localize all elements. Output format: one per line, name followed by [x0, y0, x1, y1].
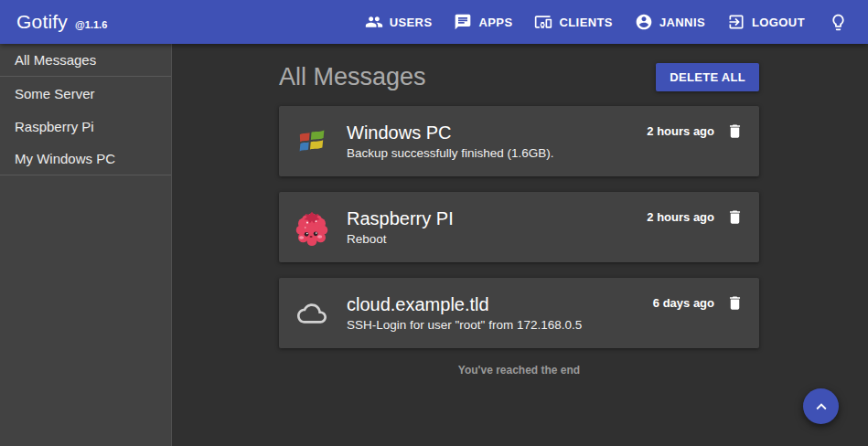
delete-all-button[interactable]: DELETE ALL	[656, 63, 759, 91]
trash-icon	[726, 122, 744, 140]
message-timestamp: 6 days ago	[653, 293, 714, 310]
sidebar-item-some-server[interactable]: Some Server	[0, 77, 171, 110]
sidebar-item-label: Some Server	[15, 86, 95, 101]
sidebar: All Messages Some Server Raspberry Pi My…	[0, 44, 172, 446]
lightbulb-icon	[829, 13, 848, 32]
message-timestamp: 2 hours ago	[647, 122, 714, 138]
sidebar-item-label: My Windows PC	[15, 151, 115, 166]
raspberry-icon	[294, 209, 330, 246]
theme-toggle-button[interactable]	[816, 5, 853, 39]
delete-message-button[interactable]	[725, 293, 745, 313]
message-text: Reboot	[347, 231, 454, 248]
scroll-to-top-button[interactable]	[803, 388, 839, 424]
message-text: Backup successfully finished (1.6GB).	[347, 145, 554, 162]
message-card-raspberry-pi: Raspberry PI Reboot 2 hours ago	[279, 192, 759, 262]
delete-message-button[interactable]	[725, 122, 745, 141]
brand: Gotify @1.1.6	[16, 11, 107, 33]
cloud-icon	[294, 295, 330, 332]
app-version: @1.1.6	[75, 19, 107, 30]
message-timestamp: 2 hours ago	[647, 207, 714, 224]
chevron-up-icon	[811, 397, 831, 417]
header-nav: USERS APPS CLIENTS JANNIS LOGOUT	[354, 5, 853, 39]
main-content: All Messages DELETE ALL Windows PC Backu…	[172, 44, 868, 446]
trash-icon	[726, 294, 744, 312]
nav-logout-button[interactable]: LOGOUT	[716, 5, 816, 38]
message-card-cloud: cloud.example.tld SSH-Login for user "ro…	[279, 278, 759, 348]
sidebar-item-label: Raspberry Pi	[15, 119, 94, 134]
trash-icon	[726, 208, 744, 226]
sidebar-item-label: All Messages	[15, 52, 96, 68]
app-title: Gotify	[16, 11, 68, 33]
sidebar-item-raspberry-pi[interactable]: Raspberry Pi	[0, 110, 171, 143]
nav-logout-label: LOGOUT	[752, 16, 805, 29]
nav-clients-button[interactable]: CLIENTS	[523, 5, 623, 38]
message-card-windows-pc: Windows PC Backup successfully finished …	[279, 106, 759, 176]
nav-account-button[interactable]: JANNIS	[624, 5, 716, 38]
clients-icon	[534, 13, 552, 31]
nav-clients-label: CLIENTS	[559, 16, 612, 29]
nav-apps-button[interactable]: APPS	[443, 5, 523, 38]
sidebar-item-my-windows-pc[interactable]: My Windows PC	[0, 143, 171, 175]
message-title: Windows PC	[347, 121, 554, 144]
page-title: All Messages	[279, 63, 426, 91]
users-icon	[365, 13, 383, 31]
nav-account-label: JANNIS	[659, 16, 705, 29]
message-title: Raspberry PI	[347, 207, 454, 230]
nav-apps-label: APPS	[478, 16, 512, 29]
nav-users-button[interactable]: USERS	[354, 5, 444, 38]
app-header: Gotify @1.1.6 USERS APPS CLIENTS JANNIS …	[0, 0, 868, 44]
apps-icon	[454, 13, 472, 31]
account-icon	[635, 13, 653, 31]
delete-message-button[interactable]	[725, 207, 745, 227]
message-text: SSH-Login for user "root" from 172.168.0…	[347, 317, 582, 334]
logout-icon	[727, 13, 745, 31]
windows-logo-icon	[294, 123, 330, 160]
sidebar-item-all-messages[interactable]: All Messages	[0, 44, 171, 77]
end-of-list-text: You've reached the end	[279, 364, 759, 377]
message-title: cloud.example.tld	[347, 292, 582, 316]
nav-users-label: USERS	[390, 16, 433, 29]
